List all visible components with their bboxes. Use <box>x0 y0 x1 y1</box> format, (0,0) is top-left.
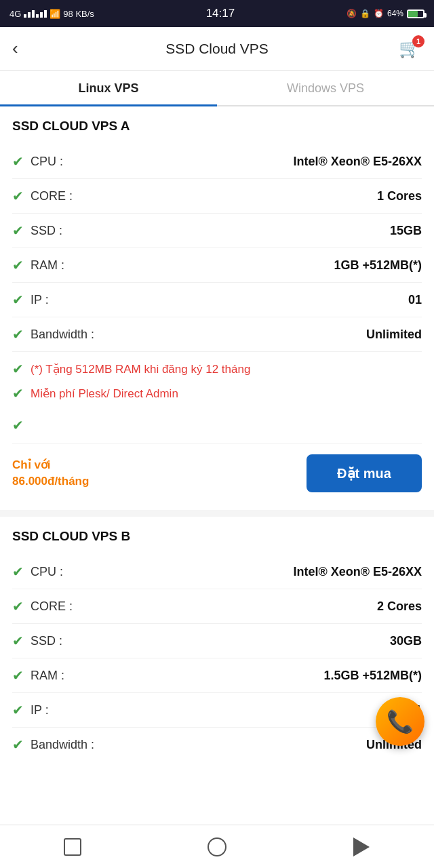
spec-row-core-a: ✔ CORE : 1 Cores <box>12 179 422 214</box>
ram-a-value: 1GB +512MB(*) <box>334 258 422 273</box>
spec-row-bandwidth-a: ✔ Bandwidth : Unlimited <box>12 317 422 352</box>
lock-icon: 🔒 <box>360 9 370 18</box>
ip-a-label: IP : <box>31 293 49 307</box>
check-icon-cpu-b: ✔ <box>12 564 24 580</box>
cpu-b-label: CPU : <box>31 565 63 579</box>
tab-bar: Linux VPS Windows VPS <box>0 71 434 106</box>
battery-icon <box>407 9 425 18</box>
cart-badge: 1 <box>412 35 425 47</box>
ram-b-value: 1.5GB +512MB(*) <box>323 669 422 683</box>
nav-square-icon <box>64 838 81 856</box>
page-title: SSD Cloud VPS <box>165 41 269 57</box>
ram-b-label: RAM : <box>31 669 64 683</box>
status-right: 🔕 🔒 ⏰ 64% <box>347 9 425 18</box>
promo-text-1: (*) Tặng 512MB RAM khi đăng ký 12 tháng <box>31 362 250 376</box>
bandwidth-a-label: Bandwidth : <box>31 328 94 342</box>
promo-row-1: ✔ (*) Tặng 512MB RAM khi đăng ký 12 thán… <box>12 352 422 381</box>
ram-a-label: RAM : <box>31 258 64 273</box>
spec-row-ip-b: ✔ IP : 01 <box>12 693 422 728</box>
spec-row-ram-a: ✔ RAM : 1GB +512MB(*) <box>12 248 422 283</box>
alarm-icon: ⏰ <box>374 9 384 18</box>
bottom-navigation <box>0 825 434 868</box>
promo-row-2: ✔ Miễn phí Plesk/ Direct Admin <box>12 381 422 410</box>
back-button[interactable]: ‹ <box>12 38 37 59</box>
check-icon-bandwidth-b: ✔ <box>12 736 24 753</box>
spec-row-core-b: ✔ CORE : 2 Cores <box>12 589 422 624</box>
status-left: 4G 📶 98 KB/s <box>9 9 94 19</box>
signal-bars <box>24 10 47 18</box>
nav-home-button[interactable] <box>197 833 237 861</box>
bandwidth-b-label: Bandwidth : <box>31 738 94 752</box>
wifi-icon: 📶 <box>50 9 60 19</box>
core-a-label: CORE : <box>31 189 73 203</box>
spec-row-bandwidth-b: ✔ Bandwidth : Unlimited <box>12 728 422 762</box>
check-icon-ip-a: ✔ <box>12 292 24 308</box>
ip-b-label: IP : <box>31 703 49 717</box>
check-icon-ssd-b: ✔ <box>12 633 24 649</box>
vps-b-title: SSD CLOUD VPS B <box>12 529 422 544</box>
check-icon-cpu-a: ✔ <box>12 153 24 170</box>
check-icon-empty: ✔ <box>12 418 24 433</box>
nav-square-button[interactable] <box>52 833 93 861</box>
spec-row-cpu-a: ✔ CPU : Intel® Xeon® E5-26XX <box>12 144 422 179</box>
speed-indicator: 98 KB/s <box>63 9 94 19</box>
spec-row-ssd-b: ✔ SSD : 30GB <box>12 624 422 658</box>
cpu-b-value: Intel® Xeon® E5-26XX <box>293 565 422 579</box>
promo-text-2: Miễn phí Plesk/ Direct Admin <box>31 387 178 401</box>
status-bar: 4G 📶 98 KB/s 14:17 🔕 🔒 ⏰ 64% <box>0 0 434 27</box>
ssd-a-value: 15GB <box>390 224 422 238</box>
ssd-a-label: SSD : <box>31 224 62 238</box>
core-a-value: 1 Cores <box>377 189 422 203</box>
nav-back-button[interactable] <box>341 833 382 861</box>
empty-check-row: ✔ <box>12 410 422 437</box>
signal-4g: 4G <box>9 9 21 19</box>
floating-call-button[interactable]: 📞 <box>376 697 425 746</box>
vps-a-title: SSD CLOUD VPS A <box>12 119 422 134</box>
ssd-b-label: SSD : <box>31 634 62 648</box>
core-b-label: CORE : <box>31 599 73 614</box>
spec-row-ip-a: ✔ IP : 01 <box>12 283 422 317</box>
pricing-row-a: Chỉ với 86.000đ/tháng Đặt mua <box>12 443 422 496</box>
check-icon-core-a: ✔ <box>12 188 24 204</box>
check-icon-bandwidth-a: ✔ <box>12 326 24 342</box>
mute-icon: 🔕 <box>347 9 357 18</box>
battery-percent: 64% <box>387 9 403 18</box>
header: ‹ SSD Cloud VPS 🛒 1 <box>0 27 434 71</box>
ip-a-value: 01 <box>408 293 422 307</box>
content-area: SSD CLOUD VPS A ✔ CPU : Intel® Xeon® E5-… <box>0 106 434 775</box>
tab-windows-vps[interactable]: Windows VPS <box>217 71 434 105</box>
bandwidth-a-value: Unlimited <box>366 328 422 342</box>
vps-a-card: SSD CLOUD VPS A ✔ CPU : Intel® Xeon® E5-… <box>0 106 434 510</box>
check-icon-ip-b: ✔ <box>12 702 24 718</box>
price-label-a: Chỉ với 86.000đ/tháng <box>12 457 89 490</box>
nav-circle-icon <box>208 837 226 856</box>
cart-button[interactable]: 🛒 1 <box>397 37 422 61</box>
order-button-a[interactable]: Đặt mua <box>307 454 422 492</box>
check-icon-ssd-a: ✔ <box>12 222 24 239</box>
check-icon-ram-b: ✔ <box>12 667 24 684</box>
check-icon-promo2: ✔ <box>12 385 24 401</box>
spec-row-ssd-a: ✔ SSD : 15GB <box>12 214 422 248</box>
nav-triangle-icon <box>353 837 370 856</box>
status-time: 14:17 <box>206 7 235 20</box>
vps-b-card: SSD CLOUD VPS B ✔ CPU : Intel® Xeon® E5-… <box>0 517 434 775</box>
cpu-a-label: CPU : <box>31 155 63 169</box>
core-b-value: 2 Cores <box>377 599 422 614</box>
spec-row-cpu-b: ✔ CPU : Intel® Xeon® E5-26XX <box>12 555 422 589</box>
spec-row-ram-b: ✔ RAM : 1.5GB +512MB(*) <box>12 658 422 693</box>
cpu-a-value: Intel® Xeon® E5-26XX <box>293 155 422 169</box>
check-icon-ram-a: ✔ <box>12 257 24 273</box>
ssd-b-value: 30GB <box>390 634 422 648</box>
tab-linux-vps[interactable]: Linux VPS <box>0 71 217 105</box>
check-icon-core-b: ✔ <box>12 598 24 614</box>
check-icon-promo1: ✔ <box>12 361 24 377</box>
